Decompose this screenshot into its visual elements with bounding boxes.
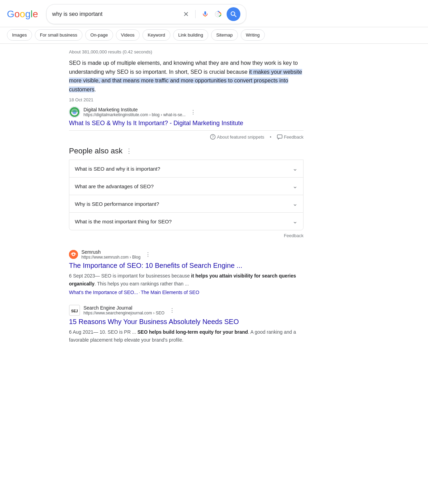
source-more-button[interactable]: ⋮ [190,109,196,115]
header: Google ✕ [0,0,428,27]
source-url: https://digitalmarketinginstitute.com › … [83,112,186,117]
main-content: About 381,000,000 results (0.42 seconds)… [0,44,310,344]
divider [195,10,196,18]
result-source-info-1: Search Engine Journal https://www.search… [83,305,165,315]
clear-button[interactable]: ✕ [182,9,190,19]
result-source-url-1: https://www.searchenginejournal.com › SE… [83,311,165,315]
tab-images[interactable]: Images [7,29,32,41]
tab-for-small-business[interactable]: For small business [35,29,82,41]
result-snippet-before-0: — SEO is important for businesses becaus… [95,273,191,279]
paa-item-0[interactable]: What is SEO and why it is important? ⌄ [69,160,303,177]
paa-title: People also ask [69,147,122,155]
tab-videos[interactable]: Videos [116,29,140,41]
svg-text:SEJ: SEJ [71,309,78,313]
featured-footer: ? About featured snippets • Feedback [69,130,303,140]
snippet-link[interactable]: What Is SEO & Why Is It Important? - Dig… [69,120,303,127]
about-snippets-label: About featured snippets [217,134,264,140]
clear-icon: ✕ [183,10,189,18]
tab-link-building[interactable]: Link building [173,29,208,41]
result-links-0: What's the Importance of SEO... · The Ma… [69,290,303,295]
feedback-item[interactable]: Feedback [277,134,303,140]
svg-point-14 [73,254,74,255]
svg-point-3 [217,13,219,15]
snippet-source: Digital Marketing Institute https://digi… [69,107,303,118]
result-title-0[interactable]: The Importance of SEO: 10 Benefits of Se… [69,261,303,270]
result-date-0: 6 Sept 2023 [69,273,95,279]
search-bar-icons: ✕ [182,7,240,21]
svg-line-5 [235,15,236,17]
search-icon [230,11,237,18]
result-sub-link-0-0[interactable]: What's the Importance of SEO... [69,290,138,295]
semrush-favicon [69,250,78,259]
chevron-down-icon-1: ⌄ [292,182,298,190]
result-more-button-1[interactable]: ⋮ [169,307,175,314]
snippet-date: 18 Oct 2021 [69,97,303,102]
chevron-down-icon-2: ⌄ [292,200,298,208]
nav-tabs: Images For small business On-page Videos… [0,27,428,44]
result-snippet-0: 6 Sept 2023— SEO is important for busine… [69,272,303,288]
google-logo[interactable]: Google [7,9,38,20]
result-date-1: 6 Aug 2021 [69,329,93,335]
result-source-name-1: Search Engine Journal [83,305,165,311]
result-source-0: Semrush https://www.semrush.com › Blog ⋮ [69,249,303,260]
semrush-logo [69,250,78,259]
search-bar: ✕ [46,4,246,24]
result-stats: About 381,000,000 results (0.42 seconds) [69,44,303,59]
feedback-label: Feedback [284,134,303,140]
svg-text:?: ? [212,135,214,139]
result-snippet-1: 6 Aug 2021— 10. SEO is PR ... SEO helps … [69,328,303,344]
result-snippet-before-1: — 10. SEO is PR ... [93,329,138,335]
dmi-logo-svg [69,107,80,118]
lens-button[interactable] [213,10,222,19]
voice-search-button[interactable] [201,10,209,18]
result-source-name-0: Semrush [81,249,140,255]
paa-question-3: What is the most important thing for SEO… [75,219,172,224]
search-result-0: Semrush https://www.semrush.com › Blog ⋮… [69,249,303,295]
paa-header: People also ask ⋮ [69,147,303,155]
result-source-info-0: Semrush https://www.semrush.com › Blog [81,249,140,260]
result-link-sep-0: · [139,290,140,295]
lens-icon [214,10,222,18]
paa-question-0: What is SEO and why it is important? [75,166,160,172]
feedback-icon [277,134,282,140]
about-snippets-item[interactable]: ? About featured snippets [210,134,264,140]
svg-rect-11 [277,135,282,138]
search-result-1: SEJ Search Engine Journal https://www.se… [69,305,303,344]
result-source-1: SEJ Search Engine Journal https://www.se… [69,305,303,316]
search-button[interactable] [227,7,240,21]
snippet-text: SEO is made up of multiple elements, and… [69,59,303,94]
sej-favicon: SEJ [69,305,80,316]
paa-item-3[interactable]: What is the most important thing for SEO… [69,212,303,230]
people-also-ask-section: People also ask ⋮ What is SEO and why it… [69,147,303,241]
result-title-1[interactable]: 15 Reasons Why Your Business Absolutely … [69,317,303,326]
question-icon: ? [210,134,216,140]
tab-on-page[interactable]: On-page [85,29,113,41]
result-more-button-0[interactable]: ⋮ [145,251,151,258]
mic-icon [202,11,209,18]
result-snippet-after-0: . This helps you earn rankings rather th… [94,281,189,286]
result-source-url-0: https://www.semrush.com › Blog [81,255,140,260]
dmi-logo [69,107,80,118]
paa-feedback[interactable]: Feedback [69,230,303,241]
paa-item-2[interactable]: Why is SEO performance important? ⌄ [69,195,303,212]
chevron-down-icon-3: ⌄ [292,218,298,225]
paa-question-2: Why is SEO performance important? [75,201,159,207]
result-snippet-bold-1: SEO helps build long-term equity for you… [137,329,248,335]
sej-logo: SEJ [69,305,80,316]
source-name: Digital Marketing Institute [83,107,186,112]
paa-question-1: What are the advantages of SEO? [75,183,153,189]
snippet-text-after: . [94,87,96,92]
featured-snippet: SEO is made up of multiple elements, and… [69,59,303,140]
paa-item-1[interactable]: What are the advantages of SEO? ⌄ [69,177,303,195]
tab-keyword[interactable]: Keyword [142,29,170,41]
dot-separator: • [270,134,271,140]
tab-writing[interactable]: Writing [241,29,265,41]
paa-more-button[interactable]: ⋮ [126,147,132,155]
source-info: Digital Marketing Institute https://digi… [83,107,186,117]
result-sub-link-0-1[interactable]: The Main Elements of SEO [141,290,199,295]
chevron-down-icon-0: ⌄ [292,165,298,172]
search-input[interactable] [52,11,179,17]
tab-sitemap[interactable]: Sitemap [211,29,238,41]
